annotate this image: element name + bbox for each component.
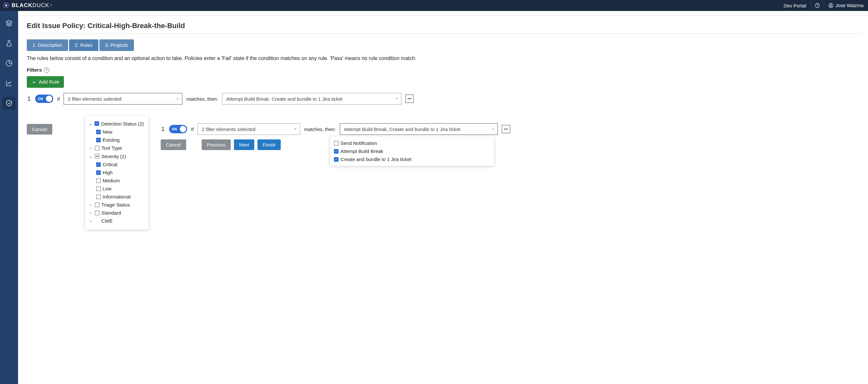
filter-dropdown[interactable]: ⌄ Detection Status (2) New Existing › To… bbox=[85, 116, 149, 229]
filter-group-tool-type[interactable]: › Tool Type bbox=[88, 144, 144, 152]
filter-option-high[interactable]: High bbox=[88, 168, 144, 177]
filter-label: CWE bbox=[101, 218, 113, 224]
filter-label: Severity (2) bbox=[101, 154, 126, 159]
previous-button[interactable]: Previous bbox=[202, 139, 231, 150]
svg-point-2 bbox=[817, 6, 817, 7]
remove-rule-button[interactable] bbox=[405, 95, 414, 103]
filter-select[interactable]: 2 filter elements selected bbox=[197, 123, 300, 135]
filter-select[interactable]: 2 filter elements selected bbox=[64, 93, 182, 104]
toggle-knob bbox=[46, 96, 52, 102]
checkbox-indeterminate-icon[interactable] bbox=[95, 154, 99, 158]
checkbox-checked-icon[interactable] bbox=[96, 130, 101, 134]
side-nav bbox=[0, 11, 18, 384]
toggle-label: ON bbox=[38, 97, 43, 101]
filter-label: High bbox=[103, 170, 113, 175]
checkbox-checked-icon[interactable] bbox=[334, 157, 339, 162]
rule-toggle[interactable]: ON bbox=[35, 95, 53, 103]
add-rule-button[interactable]: ＋ Add Rule bbox=[27, 76, 64, 88]
filters-help-icon[interactable]: ? bbox=[44, 67, 50, 73]
nav-reports[interactable] bbox=[3, 57, 16, 70]
filter-group-standard[interactable]: › Standard bbox=[88, 209, 144, 217]
checkbox-checked-icon[interactable] bbox=[334, 149, 339, 154]
action-dropdown[interactable]: Send Notification Attempt Build Break Cr… bbox=[330, 136, 494, 166]
tab-rules[interactable]: 2. Rules bbox=[69, 39, 98, 51]
checkbox-icon[interactable] bbox=[334, 141, 339, 146]
chevron-down-icon bbox=[395, 96, 399, 102]
chevron-right-icon: › bbox=[88, 210, 93, 216]
cancel-button[interactable]: Cancel bbox=[27, 124, 52, 134]
svg-point-4 bbox=[830, 4, 832, 6]
filter-option-critical[interactable]: Critical bbox=[88, 160, 144, 168]
cancel-button[interactable]: Cancel bbox=[161, 139, 186, 150]
nav-policies[interactable] bbox=[3, 97, 16, 110]
checkbox-icon[interactable] bbox=[96, 179, 101, 183]
user-menu[interactable]: Jose Waizma bbox=[824, 0, 864, 11]
filter-option-new[interactable]: New bbox=[88, 128, 144, 136]
brand-bold: BLACK bbox=[11, 2, 33, 9]
toggle-knob bbox=[180, 126, 186, 132]
checkbox-icon[interactable] bbox=[95, 146, 99, 150]
if-label: If bbox=[57, 96, 60, 102]
filter-group-severity[interactable]: ⌄ Severity (2) bbox=[88, 152, 144, 160]
chevron-up-icon bbox=[491, 127, 495, 132]
action-option-send-notification[interactable]: Send Notification bbox=[334, 139, 490, 147]
rule-row: 1 ON If 2 filter elements selected match… bbox=[27, 93, 860, 104]
filter-label: Tool Type bbox=[101, 145, 122, 151]
checkbox-checked-icon[interactable] bbox=[95, 121, 99, 126]
filter-group-detection-status[interactable]: ⌄ Detection Status (2) bbox=[88, 119, 144, 128]
rule-number: 1 bbox=[27, 96, 31, 102]
checkbox-checked-icon[interactable] bbox=[96, 138, 101, 142]
action-label: Send Notification bbox=[340, 140, 377, 146]
plus-icon: ＋ bbox=[31, 79, 37, 85]
help-icon[interactable] bbox=[811, 0, 824, 11]
filter-label: Low bbox=[103, 186, 112, 191]
filter-option-medium[interactable]: Medium bbox=[88, 177, 144, 185]
rules-description: The rules below consist of a condition a… bbox=[27, 56, 860, 61]
toggle-label: ON bbox=[172, 127, 177, 131]
next-button[interactable]: Next bbox=[234, 139, 254, 150]
finish-button[interactable]: Finish bbox=[257, 139, 281, 150]
top-bar: BLACKDUCK® Dev Portal Jose Waizma bbox=[0, 0, 868, 11]
tab-description[interactable]: 1. Description bbox=[27, 39, 68, 51]
checkbox-icon[interactable] bbox=[95, 211, 99, 215]
svg-point-3 bbox=[829, 3, 833, 8]
filter-label: New bbox=[103, 129, 112, 134]
checkbox-icon[interactable] bbox=[96, 187, 101, 191]
page-title: Edit Issue Policy: Critical-High-Break-t… bbox=[27, 22, 860, 34]
rule-row: 1 ON If 2 filter elements selected match… bbox=[161, 123, 510, 135]
filter-label: Standard bbox=[101, 210, 121, 216]
chevron-right-icon: › bbox=[88, 218, 93, 224]
nav-trends[interactable] bbox=[3, 77, 16, 90]
filters-label: Filters bbox=[27, 67, 42, 73]
nav-tests[interactable] bbox=[3, 37, 16, 50]
dev-portal-link[interactable]: Dev Portal bbox=[779, 0, 811, 11]
action-option-attempt-build-break[interactable]: Attempt Build Break bbox=[334, 147, 490, 155]
user-name: Jose Waizma bbox=[836, 3, 864, 8]
checkbox-checked-icon[interactable] bbox=[96, 170, 101, 175]
action-option-create-jira[interactable]: Create and bundle to 1 Jira ticket bbox=[334, 155, 490, 163]
checkbox-icon[interactable] bbox=[95, 203, 99, 207]
wizard-tabs: 1. Description 2. Rules 3. Projects bbox=[27, 39, 860, 51]
action-select[interactable]: Attempt Build Break, Create and bundle t… bbox=[340, 123, 498, 135]
remove-rule-button[interactable] bbox=[502, 125, 510, 133]
filter-group-cwe[interactable]: › CWE bbox=[88, 217, 144, 225]
filter-label: Detection Status (2) bbox=[101, 121, 144, 127]
filter-label: Existing bbox=[103, 137, 120, 142]
brand-logo[interactable]: BLACKDUCK® bbox=[3, 2, 52, 9]
filter-option-informational[interactable]: Informational bbox=[88, 193, 144, 201]
action-select[interactable]: Attempt Build Break, Create and bundle t… bbox=[222, 93, 401, 104]
add-rule-label: Add Rule bbox=[39, 79, 59, 85]
rule-toggle[interactable]: ON bbox=[169, 125, 187, 133]
nav-layers[interactable] bbox=[3, 17, 16, 30]
tab-projects[interactable]: 3. Projects bbox=[99, 39, 134, 51]
filter-option-low[interactable]: Low bbox=[88, 185, 144, 193]
filter-label: Critical bbox=[103, 162, 118, 167]
action-select-value: Attempt Build Break, Create and bundle t… bbox=[344, 127, 461, 132]
checkbox-checked-icon[interactable] bbox=[96, 162, 101, 167]
checkbox-icon[interactable] bbox=[96, 195, 101, 199]
filter-option-existing[interactable]: Existing bbox=[88, 136, 144, 144]
action-label: Attempt Build Break bbox=[340, 149, 383, 154]
filter-group-triage-status[interactable]: › Triage Status bbox=[88, 201, 144, 209]
chevron-down-icon: ⌄ bbox=[88, 153, 93, 159]
if-label: If bbox=[191, 127, 194, 132]
